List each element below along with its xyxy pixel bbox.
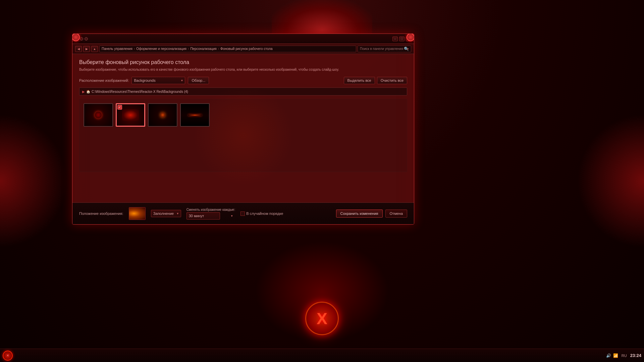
search-placeholder: Поиск в панели управления [360,47,403,51]
action-buttons: Выделить все Очистить все [344,77,407,84]
thumb-3-inner [149,104,177,126]
thumb-2-shape [122,109,139,121]
main-window: ─ □ ✕ ◀ ▶ ▲ Панель управления › Оформлен… [72,34,414,225]
maximize-button[interactable]: □ [399,37,405,41]
clear-all-button[interactable]: Очистить все [377,77,407,84]
thumbnail-grid: ✓ [82,102,404,169]
breadcrumb-item-1[interactable]: Панель управления [102,47,132,51]
language-indicator[interactable]: RU [622,354,627,358]
filepath-text: C:\Windows\Resources\Themes\Reactor-X Re… [92,90,188,94]
corner-tr [407,34,414,41]
change-interval-group: Сменять изображение каждые: 30 минут 10 … [186,208,235,220]
breadcrumb-sep-1: › [134,47,135,51]
thumb-1-inner [84,104,112,126]
thumb-1-dot [95,112,102,118]
taskbar: ✕ 🔊 📶 RU 23:24 [0,349,644,362]
start-button[interactable]: ✕ [3,351,13,361]
thumb-4-inner [181,104,209,126]
location-row: Расположение изображений: Backgrounds So… [79,77,407,84]
filepath-arrow: ▶ [82,90,85,94]
location-select[interactable]: Backgrounds Solid Colors Pictures Librar… [131,77,185,84]
cancel-button[interactable]: Отмена [385,209,407,218]
page-title: Выберите фоновый рисунок рабочего стола [79,59,407,65]
preview-thumbnail [129,207,146,220]
thumb-4-line [188,115,202,116]
thumbnail-1[interactable] [84,103,113,127]
save-button[interactable]: Сохранить изменения [336,209,383,218]
network-icon[interactable]: 📶 [613,353,618,358]
bottom-controls: Положение изображения: Заполнение По цен… [72,202,414,224]
dialog-buttons: Сохранить изменения Отмена [336,209,407,218]
thumbnail-3[interactable] [148,103,177,127]
breadcrumb-sep-2: › [188,47,189,51]
location-label: Расположение изображений: [79,78,129,82]
page-description: Выберите изображение, чтобы использовать… [79,67,407,72]
thumb-3-dot [160,113,165,117]
x-emblem: X [305,302,339,335]
deco-left-glow [0,114,67,248]
interval-select-wrapper: 30 минут 10 секунд 1 минуту 1 час [186,212,235,220]
volume-icon[interactable]: 🔊 [606,353,611,358]
title-bar: ─ □ ✕ [72,34,414,44]
breadcrumb-sep-3: › [218,47,219,51]
images-area: ✓ [79,99,407,172]
minimize-button[interactable]: ─ [392,37,398,41]
position-select-wrapper: Заполнение По центру По размеру Мозаика … [151,210,181,217]
search-box: Поиск в панели управления 🔍 [358,46,411,52]
thumbnail-2[interactable]: ✓ [116,103,145,127]
window-content: Выберите фоновый рисунок рабочего стола … [72,54,414,202]
shuffle-checkbox[interactable] [240,212,245,216]
up-button[interactable]: ▲ [91,46,98,52]
deco-right-glow [577,114,644,248]
shuffle-row: В случайном порядке [240,212,283,216]
change-interval-label: Сменять изображение каждые: [186,208,235,212]
address-bar: ◀ ▶ ▲ Панель управления › Оформление и п… [72,44,414,54]
interval-select[interactable]: 30 минут 10 секунд 1 минуту 1 час [186,212,220,220]
taskbar-right: 🔊 📶 RU 23:24 [606,353,641,358]
search-wrapper: Поиск в панели управления 🔍 [358,46,411,52]
clock[interactable]: 23:24 [630,353,641,358]
position-label: Положение изображения: [79,212,123,216]
title-icon-3 [85,37,88,41]
select-all-button[interactable]: Выделить все [344,77,375,84]
breadcrumb-item-4[interactable]: Фоновый рисунок рабочего стола [220,47,272,51]
breadcrumb-item-3[interactable]: Персонализация [190,47,216,51]
title-icon-2 [80,37,83,41]
filepath-home-icon: 🏠 [86,90,90,94]
position-select[interactable]: Заполнение По центру По размеру Мозаика … [151,210,181,217]
back-button[interactable]: ◀ [75,46,82,52]
thumbnail-4[interactable] [180,103,210,127]
search-icon[interactable]: 🔍 [404,47,409,51]
browse-button[interactable]: Обзор... [188,77,209,84]
forward-button[interactable]: ▶ [83,46,90,52]
breadcrumb: Панель управления › Оформление и персона… [99,46,356,52]
shuffle-label: В случайном порядке [246,212,283,216]
location-select-wrapper: Backgrounds Solid Colors Pictures Librar… [131,77,185,84]
filepath-bar: ▶ 🏠 C:\Windows\Resources\Themes\Reactor-… [79,87,407,96]
taskbar-system-icons: 🔊 📶 [606,353,618,358]
breadcrumb-item-2[interactable]: Оформление и персонализация [136,47,186,51]
thumbnail-2-check: ✓ [117,105,122,110]
